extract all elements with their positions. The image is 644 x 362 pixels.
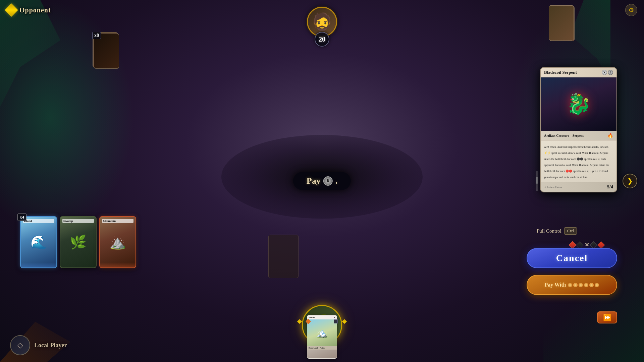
gear-icon: ⚙ bbox=[629, 6, 634, 14]
opponent-deck-card[interactable] bbox=[550, 7, 577, 44]
player-hand: x4 Island 🌊 Swamp 🌿 Mountain ⛰️ bbox=[20, 216, 136, 268]
fast-forward-icon: ⏩ bbox=[603, 313, 611, 321]
serpent-art-emoji: 🐉 bbox=[566, 92, 591, 116]
mana-x-symbol: X bbox=[602, 70, 607, 75]
pay-mana-2 bbox=[573, 283, 578, 287]
card-text-area: X+0 When Bladecoil Serpent enters the ba… bbox=[541, 140, 616, 182]
set-symbol: 🔥 bbox=[607, 133, 613, 138]
mountain-card-title: Mountain bbox=[102, 219, 133, 223]
card-art-area: 🐉 bbox=[541, 77, 616, 131]
opponent-life-counter: 20 bbox=[315, 32, 329, 47]
mana-row: ✕ bbox=[570, 242, 604, 248]
pay-with-button[interactable]: Pay With bbox=[527, 275, 617, 295]
opponent-deck[interactable] bbox=[550, 7, 577, 44]
plains-name: Plains bbox=[309, 316, 315, 319]
player-indicators bbox=[298, 319, 346, 323]
indicator-dot-orange bbox=[306, 319, 311, 324]
card-title-bar: Bladecoil Serpent X 6 bbox=[541, 68, 616, 77]
full-control-label: Full Control bbox=[537, 228, 561, 234]
mana-number: 6 bbox=[327, 178, 329, 184]
player-deck-slot bbox=[268, 235, 299, 278]
island-card[interactable]: Island 🌊 bbox=[20, 216, 57, 268]
island-card-title: Island bbox=[23, 219, 54, 223]
mana-red-diamond-2 bbox=[597, 241, 605, 249]
local-player-icon: ◇ bbox=[10, 335, 30, 355]
opponent-name: Opponent bbox=[19, 6, 51, 14]
card-name: Bladecoil Serpent bbox=[544, 70, 577, 75]
pay-prompt-period: . bbox=[335, 176, 338, 186]
opp-deck-layer-1 bbox=[549, 5, 574, 41]
fast-forward-button[interactable]: ⏩ bbox=[597, 311, 617, 323]
plains-symbol: ▲ bbox=[333, 316, 335, 319]
mana-black-square bbox=[576, 241, 584, 249]
swamp-card-title: Swamp bbox=[62, 219, 94, 223]
opponent-info: Opponent bbox=[7, 5, 51, 15]
cancel-label: Cancel bbox=[556, 253, 588, 263]
local-player-name: Local Player bbox=[34, 342, 67, 349]
ctrl-badge: Ctrl bbox=[564, 227, 577, 235]
opponent-avatar-face: 🧔 bbox=[312, 13, 332, 30]
opponent-diamond-icon bbox=[5, 3, 18, 17]
mountain-card-art: ⛰️ bbox=[100, 217, 136, 267]
mana-black-square-2 bbox=[590, 241, 598, 249]
mana-red-diamond-1 bbox=[569, 241, 577, 249]
local-player-info: ◇ Local Player bbox=[10, 335, 67, 355]
card-type-bar: Artifact Creature – Serpent 🔥 bbox=[541, 131, 616, 140]
pay-mana-3 bbox=[579, 283, 583, 287]
indicator-square-dark bbox=[334, 319, 338, 323]
island-count-badge: x4 bbox=[17, 214, 26, 221]
swamp-card[interactable]: Swamp 🌿 bbox=[60, 216, 97, 268]
scroll-indicator[interactable] bbox=[536, 171, 538, 191]
mountain-card[interactable]: Mountain ⛰️ bbox=[99, 216, 136, 268]
pay-mana-symbol: 6 bbox=[323, 176, 333, 186]
mana-6-symbol: 6 bbox=[608, 70, 613, 75]
power-toughness: 5/4 bbox=[607, 184, 613, 190]
indicator-diamond-right bbox=[342, 319, 347, 324]
island-card-container: x4 Island 🌊 bbox=[20, 216, 57, 268]
artist-credit: ✦ Joshua Cairos bbox=[544, 186, 562, 189]
pay-prompt-bg: Pay 6 . bbox=[293, 172, 351, 190]
pay-mana-6 bbox=[595, 283, 599, 287]
battlefield: Opponent ⚙ 🧔 20 x8 Pay 6 bbox=[0, 0, 644, 362]
pay-prompt: Pay 6 . bbox=[293, 172, 351, 190]
card-ability-text: X+0 When Bladecoil Serpent enters the ba… bbox=[544, 145, 609, 179]
pay-with-label: Pay With bbox=[545, 282, 566, 288]
scroll-thumb bbox=[536, 177, 538, 184]
pay-mana-4 bbox=[584, 283, 588, 287]
pay-prompt-text: Pay bbox=[307, 176, 321, 186]
indicator-diamond-left bbox=[297, 319, 302, 324]
pay-with-mana-symbols bbox=[568, 283, 599, 287]
pay-mana-5 bbox=[589, 283, 594, 287]
nav-arrow-button[interactable]: ❯ bbox=[623, 174, 637, 188]
diamond-icon-local: ◇ bbox=[17, 341, 23, 350]
settings-button[interactable]: ⚙ bbox=[625, 4, 637, 16]
opponent-avatar: 🧔 20 bbox=[307, 7, 337, 47]
card-bottom-bar: ✦ Joshua Cairos 5/4 bbox=[541, 182, 616, 192]
crystal-top-left bbox=[0, 0, 101, 134]
pay-mana-1 bbox=[568, 283, 572, 287]
arrow-right-icon: ❯ bbox=[627, 177, 633, 185]
card-frame: Bladecoil Serpent X 6 🐉 Artifact Creatur… bbox=[540, 67, 617, 192]
cancel-button[interactable]: Cancel bbox=[527, 248, 617, 268]
card-type-text: Artifact Creature – Serpent bbox=[544, 134, 584, 137]
opponent-hand: x8 bbox=[94, 34, 121, 70]
swamp-card-container: Swamp 🌿 bbox=[60, 216, 97, 268]
swamp-card-art: 🌿 bbox=[60, 217, 96, 267]
island-card-art: 🌊 bbox=[21, 217, 56, 267]
plains-art: 🏔️ bbox=[307, 319, 337, 346]
full-control-button[interactable]: Full Control Ctrl bbox=[537, 227, 577, 235]
card-detail-panel: Bladecoil Serpent X 6 🐉 Artifact Creatur… bbox=[540, 67, 617, 192]
plains-title-bar: Plains ▲ bbox=[307, 315, 337, 319]
opponent-hand-count: x8 bbox=[92, 32, 101, 39]
card-mana-cost: X 6 bbox=[602, 70, 613, 75]
mountain-card-container: Mountain ⛰️ bbox=[99, 216, 136, 268]
mana-x-cross: ✕ bbox=[585, 242, 589, 248]
plains-type: Basic Land – Plains bbox=[307, 346, 337, 350]
